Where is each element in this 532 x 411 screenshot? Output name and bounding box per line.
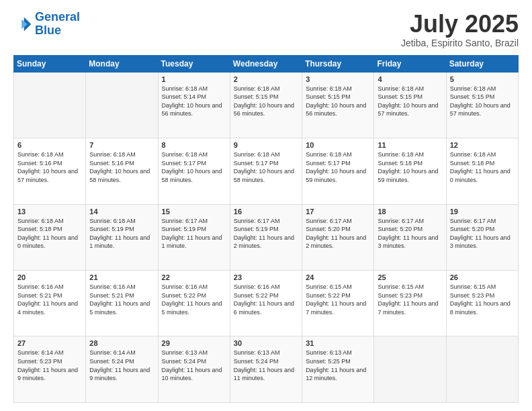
day-info: Sunrise: 6:16 AM Sunset: 5:21 PM Dayligh… <box>89 283 154 316</box>
dow-header-thursday: Thursday <box>302 55 374 72</box>
calendar-body: 1Sunrise: 6:18 AM Sunset: 5:14 PM Daylig… <box>14 72 519 402</box>
calendar-cell: 10Sunrise: 6:18 AM Sunset: 5:17 PM Dayli… <box>302 138 374 204</box>
calendar-cell: 27Sunrise: 6:14 AM Sunset: 5:23 PM Dayli… <box>14 336 86 403</box>
dow-header-tuesday: Tuesday <box>158 55 230 72</box>
day-number: 12 <box>450 141 515 149</box>
dow-header-monday: Monday <box>86 55 158 72</box>
day-number: 20 <box>17 273 82 281</box>
dow-header-friday: Friday <box>374 55 446 72</box>
day-info: Sunrise: 6:18 AM Sunset: 5:17 PM Dayligh… <box>234 150 298 184</box>
day-info: Sunrise: 6:13 AM Sunset: 5:25 PM Dayligh… <box>306 349 370 382</box>
calendar-cell: 25Sunrise: 6:15 AM Sunset: 5:23 PM Dayli… <box>374 271 446 336</box>
logo-text: General Blue <box>35 11 80 38</box>
calendar-cell <box>14 72 86 138</box>
day-number: 25 <box>378 273 442 281</box>
calendar-cell <box>374 336 446 403</box>
day-number: 3 <box>306 75 370 83</box>
day-number: 7 <box>89 141 154 149</box>
location-subtitle: Jetiba, Espirito Santo, Brazil <box>401 38 519 48</box>
week-row-3: 13Sunrise: 6:18 AM Sunset: 5:18 PM Dayli… <box>14 204 519 270</box>
week-row-5: 27Sunrise: 6:14 AM Sunset: 5:23 PM Dayli… <box>14 336 519 403</box>
calendar-cell: 28Sunrise: 6:14 AM Sunset: 5:24 PM Dayli… <box>86 336 158 403</box>
day-number: 1 <box>162 75 226 83</box>
day-info: Sunrise: 6:13 AM Sunset: 5:24 PM Dayligh… <box>162 349 226 382</box>
day-info: Sunrise: 6:17 AM Sunset: 5:20 PM Dayligh… <box>378 217 442 250</box>
calendar-cell: 9Sunrise: 6:18 AM Sunset: 5:17 PM Daylig… <box>230 138 302 204</box>
calendar-cell: 29Sunrise: 6:13 AM Sunset: 5:24 PM Dayli… <box>158 336 230 403</box>
calendar-cell: 2Sunrise: 6:18 AM Sunset: 5:15 PM Daylig… <box>230 72 302 138</box>
dow-header-sunday: Sunday <box>14 55 86 72</box>
day-number: 31 <box>306 339 370 347</box>
calendar-cell: 11Sunrise: 6:18 AM Sunset: 5:18 PM Dayli… <box>374 138 446 204</box>
day-number: 5 <box>450 75 515 83</box>
month-title: July 2025 <box>401 11 519 38</box>
logo: General Blue <box>13 11 80 38</box>
day-number: 17 <box>306 208 370 216</box>
day-info: Sunrise: 6:18 AM Sunset: 5:18 PM Dayligh… <box>17 217 82 250</box>
calendar-cell: 5Sunrise: 6:18 AM Sunset: 5:15 PM Daylig… <box>446 72 518 138</box>
calendar-cell: 23Sunrise: 6:16 AM Sunset: 5:22 PM Dayli… <box>230 271 302 336</box>
day-info: Sunrise: 6:14 AM Sunset: 5:24 PM Dayligh… <box>89 349 154 382</box>
day-info: Sunrise: 6:15 AM Sunset: 5:23 PM Dayligh… <box>378 283 442 316</box>
days-of-week-row: SundayMondayTuesdayWednesdayThursdayFrid… <box>14 55 519 72</box>
day-number: 18 <box>378 208 442 216</box>
day-info: Sunrise: 6:15 AM Sunset: 5:22 PM Dayligh… <box>306 283 370 316</box>
day-number: 16 <box>234 208 298 216</box>
day-info: Sunrise: 6:18 AM Sunset: 5:19 PM Dayligh… <box>89 217 154 250</box>
day-info: Sunrise: 6:18 AM Sunset: 5:15 PM Dayligh… <box>378 85 442 118</box>
day-number: 27 <box>17 339 82 347</box>
day-number: 29 <box>162 339 226 347</box>
day-info: Sunrise: 6:18 AM Sunset: 5:17 PM Dayligh… <box>306 150 370 184</box>
day-info: Sunrise: 6:16 AM Sunset: 5:22 PM Dayligh… <box>162 283 226 316</box>
day-number: 30 <box>234 339 298 347</box>
day-info: Sunrise: 6:16 AM Sunset: 5:21 PM Dayligh… <box>17 283 82 316</box>
day-number: 13 <box>17 208 82 216</box>
day-number: 19 <box>450 208 515 216</box>
day-info: Sunrise: 6:18 AM Sunset: 5:15 PM Dayligh… <box>450 85 515 118</box>
day-info: Sunrise: 6:18 AM Sunset: 5:18 PM Dayligh… <box>450 150 515 184</box>
calendar-cell: 7Sunrise: 6:18 AM Sunset: 5:16 PM Daylig… <box>86 138 158 204</box>
day-info: Sunrise: 6:14 AM Sunset: 5:23 PM Dayligh… <box>17 349 82 382</box>
calendar-cell: 19Sunrise: 6:17 AM Sunset: 5:20 PM Dayli… <box>446 204 518 270</box>
logo-icon <box>13 15 32 34</box>
day-info: Sunrise: 6:18 AM Sunset: 5:14 PM Dayligh… <box>162 85 226 118</box>
day-number: 8 <box>162 141 226 149</box>
dow-header-wednesday: Wednesday <box>230 55 302 72</box>
day-number: 4 <box>378 75 442 83</box>
calendar-cell: 22Sunrise: 6:16 AM Sunset: 5:22 PM Dayli… <box>158 271 230 336</box>
day-number: 15 <box>162 208 226 216</box>
calendar-cell: 30Sunrise: 6:13 AM Sunset: 5:24 PM Dayli… <box>230 336 302 403</box>
day-number: 10 <box>306 141 370 149</box>
title-block: July 2025 Jetiba, Espirito Santo, Brazil <box>401 11 519 48</box>
day-info: Sunrise: 6:15 AM Sunset: 5:23 PM Dayligh… <box>450 283 515 316</box>
day-info: Sunrise: 6:17 AM Sunset: 5:20 PM Dayligh… <box>450 217 515 250</box>
day-info: Sunrise: 6:13 AM Sunset: 5:24 PM Dayligh… <box>234 349 298 382</box>
day-number: 22 <box>162 273 226 281</box>
calendar-cell: 1Sunrise: 6:18 AM Sunset: 5:14 PM Daylig… <box>158 72 230 138</box>
day-number: 11 <box>378 141 442 149</box>
calendar-cell: 15Sunrise: 6:17 AM Sunset: 5:19 PM Dayli… <box>158 204 230 270</box>
page: General Blue July 2025 Jetiba, Espirito … <box>0 0 532 411</box>
header: General Blue July 2025 Jetiba, Espirito … <box>13 11 519 48</box>
calendar-cell: 14Sunrise: 6:18 AM Sunset: 5:19 PM Dayli… <box>86 204 158 270</box>
calendar-cell: 3Sunrise: 6:18 AM Sunset: 5:15 PM Daylig… <box>302 72 374 138</box>
dow-header-saturday: Saturday <box>446 55 518 72</box>
calendar-cell: 31Sunrise: 6:13 AM Sunset: 5:25 PM Dayli… <box>302 336 374 403</box>
calendar-cell: 24Sunrise: 6:15 AM Sunset: 5:22 PM Dayli… <box>302 271 374 336</box>
calendar-cell: 12Sunrise: 6:18 AM Sunset: 5:18 PM Dayli… <box>446 138 518 204</box>
day-info: Sunrise: 6:17 AM Sunset: 5:19 PM Dayligh… <box>234 217 298 250</box>
day-info: Sunrise: 6:18 AM Sunset: 5:16 PM Dayligh… <box>89 150 154 184</box>
calendar-cell: 20Sunrise: 6:16 AM Sunset: 5:21 PM Dayli… <box>14 271 86 336</box>
week-row-2: 6Sunrise: 6:18 AM Sunset: 5:16 PM Daylig… <box>14 138 519 204</box>
calendar-cell: 4Sunrise: 6:18 AM Sunset: 5:15 PM Daylig… <box>374 72 446 138</box>
day-info: Sunrise: 6:17 AM Sunset: 5:19 PM Dayligh… <box>162 217 226 250</box>
calendar-cell: 8Sunrise: 6:18 AM Sunset: 5:17 PM Daylig… <box>158 138 230 204</box>
week-row-4: 20Sunrise: 6:16 AM Sunset: 5:21 PM Dayli… <box>14 271 519 336</box>
day-info: Sunrise: 6:16 AM Sunset: 5:22 PM Dayligh… <box>234 283 298 316</box>
calendar-cell: 16Sunrise: 6:17 AM Sunset: 5:19 PM Dayli… <box>230 204 302 270</box>
day-number: 2 <box>234 75 298 83</box>
calendar-cell: 18Sunrise: 6:17 AM Sunset: 5:20 PM Dayli… <box>374 204 446 270</box>
calendar-cell: 13Sunrise: 6:18 AM Sunset: 5:18 PM Dayli… <box>14 204 86 270</box>
day-info: Sunrise: 6:18 AM Sunset: 5:18 PM Dayligh… <box>378 150 442 184</box>
day-info: Sunrise: 6:18 AM Sunset: 5:16 PM Dayligh… <box>17 150 82 184</box>
